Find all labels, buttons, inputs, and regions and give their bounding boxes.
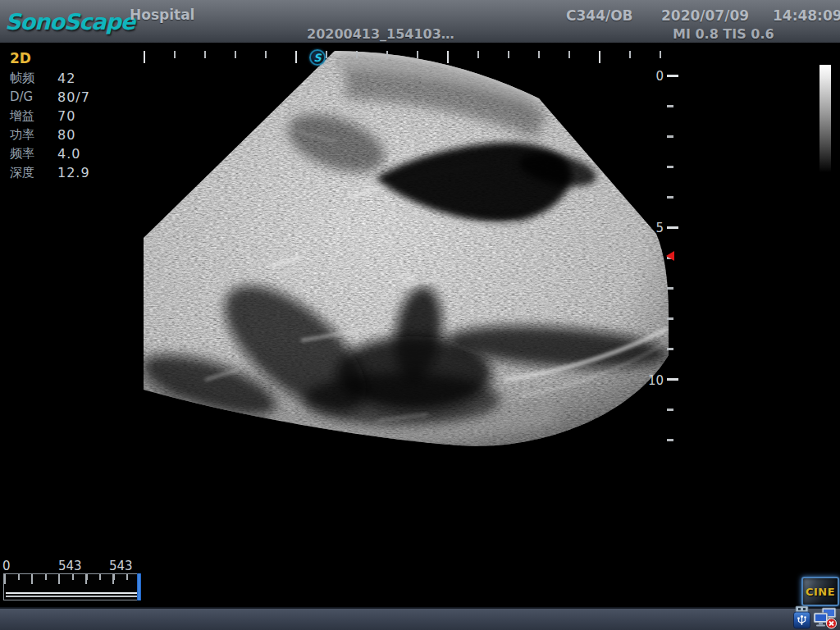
system-time: 14:48:09 (773, 7, 840, 24)
param-row: 功率 80 (10, 126, 125, 144)
param-row: 深度 12.9 (10, 163, 125, 182)
header-bar: SonoScape Hospital 20200413_154103… C344… (0, 0, 840, 45)
probe-preset: C344/OB (566, 7, 633, 24)
cine-track-line (6, 592, 137, 594)
param-label: 增益 (10, 107, 57, 126)
cine-ruler-minor-ticks (4, 574, 139, 580)
grayscale-bar (819, 65, 831, 172)
study-id: 20200413_154103… (307, 26, 454, 42)
param-value: 70 (57, 107, 75, 126)
cine-current-frame: 543 (58, 559, 82, 573)
cine-track-line (6, 596, 137, 597)
parameter-panel: 2D 帧频 42 D/G 80/7 增益 70 功率 80 频率 4.0 深度 … (10, 49, 125, 182)
taskbar (0, 607, 840, 630)
cine-start-frame: 0 (2, 559, 11, 573)
usb-storage-icon[interactable] (792, 605, 811, 629)
param-row: 频率 4.0 (10, 144, 125, 163)
param-value: 80 (57, 126, 75, 144)
cine-total-frames: 543 (109, 559, 133, 573)
cine-button[interactable]: CINE (801, 577, 839, 606)
network-disconnected-icon[interactable] (813, 607, 838, 629)
top-ruler-major-ticks (144, 51, 673, 63)
param-value: 80/7 (57, 88, 90, 107)
orientation-marker: S (309, 49, 326, 66)
param-label: 频率 (10, 144, 57, 163)
focus-position-marker-icon[interactable] (666, 251, 674, 261)
mode-label: 2D (10, 49, 125, 69)
param-value: 4.0 (57, 144, 80, 163)
system-date: 2020/07/09 (661, 7, 749, 24)
ultrasound-image (131, 45, 673, 455)
depth-ruler-major-ticks (667, 75, 678, 385)
param-value: 42 (57, 69, 75, 88)
param-row: 增益 70 (10, 107, 125, 126)
cine-position-marker[interactable] (137, 573, 141, 600)
param-label: 深度 (10, 163, 57, 182)
mi-tis-readout: MI 0.8 TIS 0.6 (673, 26, 774, 42)
param-row: D/G 80/7 (10, 88, 125, 107)
param-label: D/G (10, 88, 57, 107)
brand-logo: SonoScape (5, 9, 135, 34)
depth-label-0: 0 (644, 69, 664, 84)
param-row: 帧频 42 (10, 69, 125, 88)
param-label: 功率 (10, 126, 57, 144)
depth-label-5: 5 (644, 221, 664, 235)
hospital-name: Hospital (130, 7, 194, 23)
param-value: 12.9 (57, 163, 90, 182)
depth-label-10: 10 (644, 373, 664, 388)
param-label: 帧频 (10, 69, 57, 88)
cine-scrubber[interactable] (3, 573, 140, 600)
ultrasound-screen: { "header": { "brand": "SonoScape", "hos… (0, 0, 840, 630)
